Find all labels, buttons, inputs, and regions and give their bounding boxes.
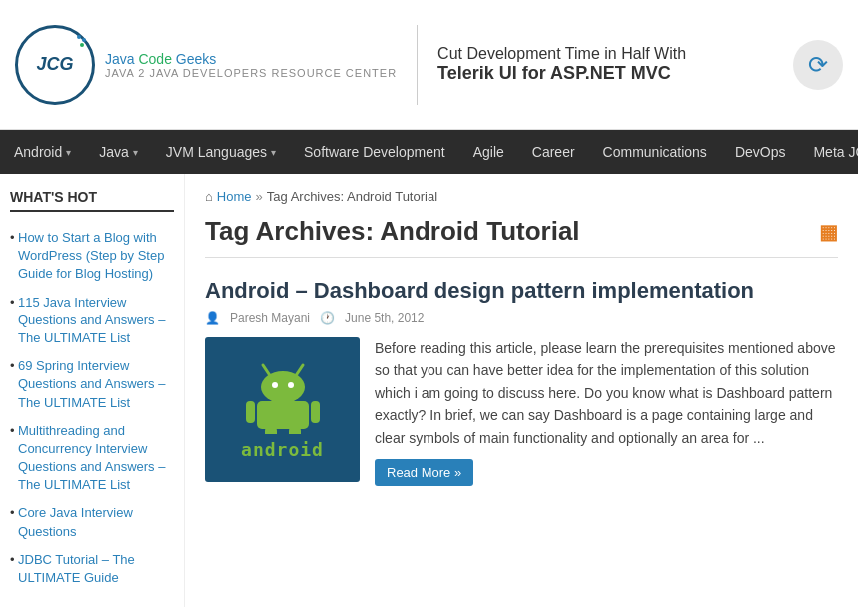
breadcrumb-current: Tag Archives: Android Tutorial (267, 189, 437, 204)
sidebar-link-jdbc[interactable]: JDBC Tutorial – The ULTIMATE Guide (18, 552, 135, 585)
article-title: Android – Dashboard design pattern imple… (205, 278, 838, 304)
logo-subtitle: Java 2 Java Developers Resource Center (105, 67, 397, 79)
author-icon: 👤 (205, 311, 220, 325)
nav-label-agile: Agile (473, 144, 504, 160)
list-item: Multithreading and Concurrency Interview… (10, 417, 174, 500)
ad-text-line1: Cut Development Time in Half With (437, 45, 686, 62)
article-title-link[interactable]: Android – Dashboard design pattern imple… (205, 278, 754, 303)
logo-area: JCG Java Code Geeks Java 2 Java Develope… (15, 25, 397, 105)
nav-label-meta-jcg: Meta JCG (813, 144, 858, 160)
read-more-button[interactable]: Read More » (375, 459, 473, 486)
nav-label-jvm: JVM Languages (166, 144, 267, 160)
svg-point-1 (82, 38, 86, 42)
list-item: 115 Java Interview Questions and Answers… (10, 289, 174, 353)
android-robot-icon (243, 359, 323, 434)
article-image: android (205, 337, 360, 482)
breadcrumb-home[interactable]: Home (217, 189, 252, 204)
article-meta: 👤 Paresh Mayani 🕐 June 5th, 2012 (205, 311, 838, 325)
list-item: JDBC Tutorial – The ULTIMATE Guide (10, 546, 174, 592)
article-text-area: Before reading this article, please lear… (375, 337, 838, 486)
breadcrumb-sep: » (256, 189, 263, 204)
logo-title: Java Code Geeks (105, 51, 397, 67)
android-label: android (241, 439, 324, 460)
ad-text-line2: Telerik UI for ASP.NET MVC (437, 63, 686, 84)
clock-icon: 🕐 (320, 311, 335, 325)
svg-rect-9 (246, 401, 255, 423)
svg-rect-12 (289, 427, 301, 434)
svg-point-2 (80, 43, 84, 47)
breadcrumb: ⌂ Home » Tag Archives: Android Tutorial (205, 189, 838, 204)
chevron-down-icon: ▾ (271, 147, 276, 158)
svg-point-0 (77, 35, 81, 39)
header: JCG Java Code Geeks Java 2 Java Develope… (0, 0, 858, 130)
nav-item-agile[interactable]: Agile (459, 130, 518, 174)
svg-point-6 (272, 382, 278, 388)
logo-code: Code (138, 51, 175, 67)
nav-item-software-dev[interactable]: Software Development (290, 130, 459, 174)
main-content: ⌂ Home » Tag Archives: Android Tutorial … (185, 174, 858, 607)
logo-jcg-text: JCG (36, 54, 73, 75)
list-item: How to Start a Blog with WordPress (Step… (10, 224, 174, 289)
article-author: Paresh Mayani (230, 311, 310, 325)
rss-icon[interactable]: ▦ (819, 220, 838, 244)
nav-item-devops[interactable]: DevOps (721, 130, 800, 174)
nav-label-communications: Communications (603, 144, 707, 160)
nav-label-software-dev: Software Development (304, 144, 445, 160)
nav-item-android[interactable]: Android ▾ (0, 130, 85, 174)
sidebar-link-core-java[interactable]: Core Java Interview Questions (18, 505, 133, 538)
svg-point-5 (261, 371, 305, 403)
sidebar-link-spring-interview[interactable]: 69 Spring Interview Questions and Answer… (18, 358, 165, 409)
list-item: Core Java Interview Questions (10, 499, 174, 545)
sidebar-list: How to Start a Blog with WordPress (Step… (10, 224, 174, 592)
header-divider (417, 25, 418, 105)
header-ad: Cut Development Time in Half With Teleri… (437, 45, 686, 84)
home-icon: ⌂ (205, 189, 213, 204)
nav-label-devops: DevOps (735, 144, 786, 160)
article-body: android Before reading this article, ple… (205, 337, 838, 486)
sidebar: What's Hot How to Start a Blog with Word… (0, 174, 185, 607)
logo-java: Java (105, 51, 138, 67)
nav-label-career: Career (532, 144, 575, 160)
nav-item-communications[interactable]: Communications (589, 130, 721, 174)
svg-rect-8 (257, 401, 309, 429)
navbar: Android ▾ Java ▾ JVM Languages ▾ Softwar… (0, 130, 858, 174)
nav-label-android: Android (14, 144, 62, 160)
tag-title-text: Tag Archives: Android Tutorial (205, 216, 580, 247)
ad-icon-symbol: ⟳ (808, 51, 828, 79)
svg-rect-10 (311, 401, 320, 423)
list-item: 69 Spring Interview Questions and Answer… (10, 352, 174, 417)
svg-point-7 (288, 382, 294, 388)
svg-rect-11 (265, 427, 277, 434)
sidebar-title: What's Hot (10, 189, 174, 212)
chevron-down-icon: ▾ (66, 147, 71, 158)
logo-circle: JCG (15, 25, 95, 105)
nav-item-jvm[interactable]: JVM Languages ▾ (152, 130, 290, 174)
chevron-down-icon: ▾ (133, 147, 138, 158)
ad-icon[interactable]: ⟳ (793, 40, 843, 90)
sidebar-link-java-interview[interactable]: 115 Java Interview Questions and Answers… (18, 295, 165, 345)
logo-text-area: Java Code Geeks Java 2 Java Developers R… (105, 51, 397, 79)
nav-item-meta-jcg[interactable]: Meta JCG ▾ (799, 130, 858, 174)
nav-item-career[interactable]: Career (518, 130, 589, 174)
article-date: June 5th, 2012 (345, 311, 424, 325)
nav-item-java[interactable]: Java ▾ (85, 130, 152, 174)
page-layout: What's Hot How to Start a Blog with Word… (0, 174, 858, 607)
nav-label-java: Java (99, 144, 129, 160)
logo-dots-icon (67, 33, 87, 53)
sidebar-link-blog[interactable]: How to Start a Blog with WordPress (Step… (18, 230, 164, 281)
article: Android – Dashboard design pattern imple… (205, 278, 838, 486)
article-excerpt: Before reading this article, please lear… (375, 337, 838, 449)
tag-archives-title: Tag Archives: Android Tutorial ▦ (205, 216, 838, 258)
sidebar-link-multithreading[interactable]: Multithreading and Concurrency Interview… (18, 423, 165, 493)
logo-geeks: Geeks (176, 51, 216, 67)
